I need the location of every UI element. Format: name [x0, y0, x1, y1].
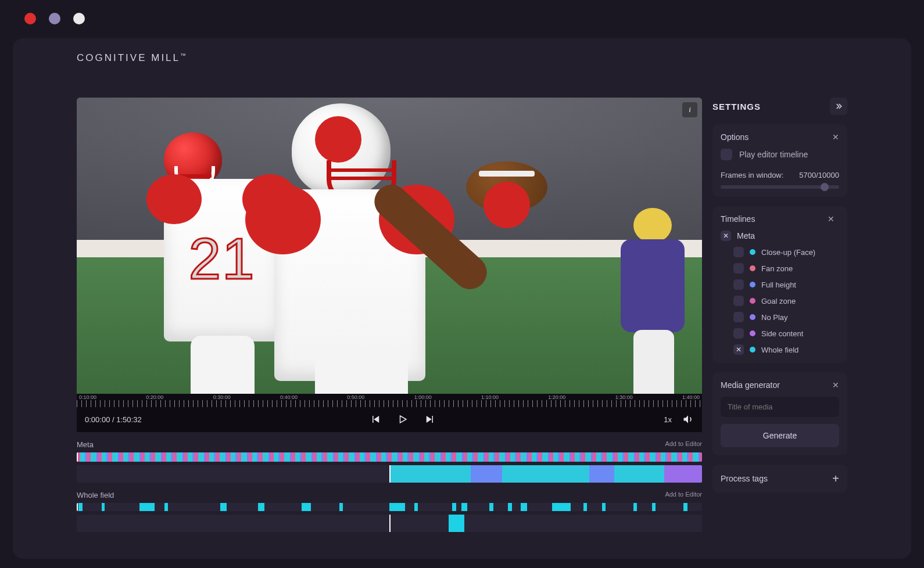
- timeline-item-checkbox[interactable]: [733, 247, 744, 257]
- segment[interactable]: [552, 503, 571, 511]
- timelines-title: Timelines: [721, 214, 755, 224]
- add-process-tag-button[interactable]: +: [832, 473, 839, 484]
- segment[interactable]: [258, 503, 264, 511]
- media-generator-panel: Media generator ✕ Generate: [712, 372, 847, 455]
- segment[interactable]: [449, 515, 464, 532]
- ruler-tick-label: 1:40:00: [682, 394, 700, 400]
- collapse-settings-button[interactable]: [830, 98, 847, 115]
- jersey-icon: [621, 239, 685, 332]
- ruler-tick-label: 0:40:00: [280, 394, 298, 400]
- color-dot-icon: [750, 249, 755, 255]
- timeline-item-checkbox[interactable]: ✕: [733, 344, 744, 355]
- skip-forward-button[interactable]: [424, 414, 435, 425]
- helmet-logo-icon: [315, 116, 361, 163]
- window-close-dot[interactable]: [24, 13, 36, 24]
- timeline-group-label: Meta: [737, 231, 755, 240]
- timeline-item-checkbox[interactable]: [733, 328, 744, 339]
- frames-value: 5700/10000: [799, 171, 839, 179]
- pants-icon: [191, 336, 255, 394]
- track-add-to-editor[interactable]: Add to Editor: [665, 491, 702, 499]
- timeline-item[interactable]: ✕ Whole field: [721, 344, 835, 355]
- color-dot-icon: [750, 282, 755, 287]
- segment[interactable]: [602, 503, 606, 511]
- segment[interactable]: [652, 503, 656, 511]
- segment[interactable]: [521, 503, 527, 511]
- close-options-icon[interactable]: ✕: [832, 132, 839, 142]
- skip-back-button[interactable]: [370, 414, 382, 425]
- window-minimize-dot[interactable]: [49, 13, 60, 24]
- video-preview[interactable]: 21: [77, 98, 702, 394]
- track-label: Meta: [77, 440, 94, 449]
- track-add-to-editor[interactable]: Add to Editor: [665, 440, 702, 449]
- timeline-item[interactable]: No Play: [721, 312, 835, 322]
- segment[interactable]: [471, 465, 502, 483]
- segment[interactable]: [614, 465, 664, 483]
- process-tags-title: Process tags: [721, 474, 768, 483]
- segment[interactable]: [489, 503, 493, 511]
- segment[interactable]: [220, 503, 227, 511]
- brand-title: COGNITIVE MILL™: [77, 52, 847, 64]
- volume-button[interactable]: [682, 414, 694, 425]
- timeline-group-meta[interactable]: ✕ Meta: [721, 231, 835, 241]
- timeline-item-checkbox[interactable]: [733, 312, 744, 322]
- segment[interactable]: [414, 503, 418, 511]
- segment[interactable]: [508, 503, 511, 511]
- time-display: 0:00:00 / 1:50:32: [85, 415, 142, 424]
- timeline-group-checkbox[interactable]: ✕: [721, 231, 731, 241]
- segment[interactable]: [339, 503, 343, 511]
- time-ruler[interactable]: 0:10:00 0:20:00 0:30:00 0:40:00 0:50:00 …: [77, 394, 702, 407]
- track-meta-lane1[interactable]: [77, 452, 702, 462]
- timeline-item-label: Close-up (Face): [761, 248, 815, 257]
- segment[interactable]: [78, 503, 82, 511]
- segment[interactable]: [633, 503, 637, 511]
- timeline-item-checkbox[interactable]: [733, 296, 744, 306]
- timeline-item[interactable]: Side content: [721, 328, 835, 339]
- segment[interactable]: [164, 503, 168, 511]
- timeline-item[interactable]: Fan zone: [721, 263, 835, 274]
- video-info-button[interactable]: i: [682, 102, 697, 117]
- window-maximize-dot[interactable]: [73, 13, 85, 24]
- ruler-tick-label: 1:10:00: [481, 394, 499, 400]
- timeline-item-label: Goal zone: [761, 297, 796, 305]
- generate-button[interactable]: Generate: [721, 424, 839, 447]
- segment[interactable]: [302, 503, 311, 511]
- timeline-item[interactable]: Close-up (Face): [721, 247, 835, 257]
- segment[interactable]: [583, 503, 587, 511]
- helmet-icon: [292, 103, 391, 196]
- play-button[interactable]: [397, 414, 409, 425]
- segment[interactable]: [102, 503, 105, 511]
- timeline-item[interactable]: Full height: [721, 279, 835, 290]
- segment[interactable]: [589, 465, 614, 483]
- track-wholefield-lane1[interactable]: [77, 503, 702, 511]
- timeline-item-checkbox[interactable]: [733, 279, 744, 290]
- segment[interactable]: [683, 503, 688, 511]
- frames-slider[interactable]: [721, 185, 839, 189]
- segment[interactable]: [502, 465, 590, 483]
- ruler-tick-label: 1:00:00: [414, 394, 432, 400]
- segment[interactable]: [452, 503, 457, 511]
- segment[interactable]: [461, 503, 468, 511]
- timeline-item[interactable]: Goal zone: [721, 296, 835, 306]
- playhead-icon[interactable]: [389, 465, 391, 483]
- close-media-gen-icon[interactable]: ✕: [832, 380, 839, 390]
- segment[interactable]: [664, 465, 702, 483]
- options-panel: Options ✕ Play editor timeline Frames in…: [712, 124, 847, 197]
- track-meta-lane2[interactable]: [77, 465, 702, 483]
- track-wholefield-lane2[interactable]: [77, 515, 702, 532]
- timeline-item-label: Fan zone: [761, 264, 793, 273]
- timeline-item-checkbox[interactable]: [733, 263, 744, 274]
- close-timelines-icon[interactable]: ✕: [828, 214, 835, 224]
- frames-label: Frames in window:: [721, 171, 783, 179]
- playhead-icon[interactable]: [389, 515, 391, 532]
- playhead-icon[interactable]: [77, 452, 78, 462]
- segment[interactable]: [389, 503, 405, 511]
- playback-speed[interactable]: 1x: [664, 415, 672, 424]
- jersey-number: 21: [188, 225, 255, 292]
- segment[interactable]: [389, 465, 471, 483]
- media-title-input[interactable]: [721, 397, 839, 417]
- play-editor-toggle[interactable]: [721, 149, 732, 160]
- options-title: Options: [721, 132, 748, 142]
- segment[interactable]: [139, 503, 155, 511]
- timelines-panel: Timelines ✕ ✕ Meta Close-up (Face): [712, 206, 847, 363]
- playhead-icon[interactable]: [77, 503, 78, 511]
